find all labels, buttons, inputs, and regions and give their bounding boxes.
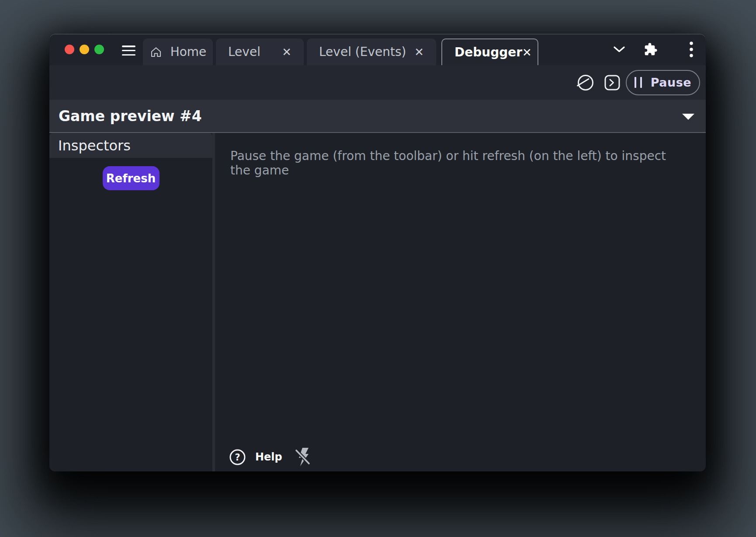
svg-text:?: ? (235, 452, 240, 463)
tab-debugger[interactable]: Debugger ✕ (441, 38, 538, 65)
help-row: ? Help (229, 447, 311, 467)
tab-home[interactable]: Home (143, 38, 213, 65)
home-icon (149, 45, 163, 59)
console-icon[interactable] (604, 74, 621, 91)
puzzle-icon[interactable] (644, 42, 658, 56)
dropdown-arrow-icon (682, 114, 694, 120)
maximize-window-button[interactable] (94, 45, 104, 54)
game-preview-selector[interactable]: Game preview #4 (49, 100, 706, 133)
close-window-button[interactable] (65, 45, 74, 54)
tab-level-events[interactable]: Level (Events) ✕ (307, 38, 436, 65)
tab-bar: Home Level ✕ Level (Events) ✕ Debugger ✕ (143, 38, 541, 65)
inspectors-body: Refresh (49, 158, 212, 471)
chevron-down-icon[interactable] (613, 46, 625, 53)
close-icon[interactable]: ✕ (282, 46, 291, 58)
window-controls (65, 45, 104, 54)
pause-icon (635, 77, 642, 88)
debugger-toolbar: Pause (49, 65, 706, 100)
inspector-main-panel: Pause the game (from the toolbar) or hit… (215, 133, 706, 471)
titlebar: Home Level ✕ Level (Events) ✕ Debugger ✕ (49, 34, 706, 65)
close-icon[interactable]: ✕ (414, 46, 424, 58)
inspectors-title: Inspectors (58, 137, 131, 154)
tab-label: Home (170, 45, 207, 59)
debugger-content: Inspectors Refresh Pause the game (from … (49, 133, 706, 471)
profiler-gauge-icon[interactable] (576, 73, 595, 92)
inspector-hint-message: Pause the game (from the toolbar) or hit… (215, 133, 706, 178)
help-icon[interactable]: ? (229, 448, 246, 466)
pause-button[interactable]: Pause (626, 70, 700, 95)
main-menu-icon[interactable] (122, 45, 135, 56)
close-icon[interactable]: ✕ (522, 47, 532, 58)
refresh-button[interactable]: Refresh (103, 166, 160, 190)
pause-button-label: Pause (651, 76, 691, 89)
kebab-menu-icon[interactable] (689, 41, 694, 58)
help-label[interactable]: Help (255, 451, 282, 463)
minimize-window-button[interactable] (80, 45, 89, 54)
tab-label: Level (228, 45, 260, 59)
inspectors-header: Inspectors (49, 133, 212, 158)
tab-level[interactable]: Level ✕ (216, 38, 304, 65)
inspectors-sidebar: Inspectors Refresh (49, 133, 212, 471)
tab-label: Level (Events) (319, 45, 406, 59)
tab-label: Debugger (454, 45, 522, 59)
game-preview-label: Game preview #4 (49, 108, 202, 125)
app-window: Home Level ✕ Level (Events) ✕ Debugger ✕ (49, 34, 706, 471)
flash-off-icon[interactable] (295, 447, 311, 467)
